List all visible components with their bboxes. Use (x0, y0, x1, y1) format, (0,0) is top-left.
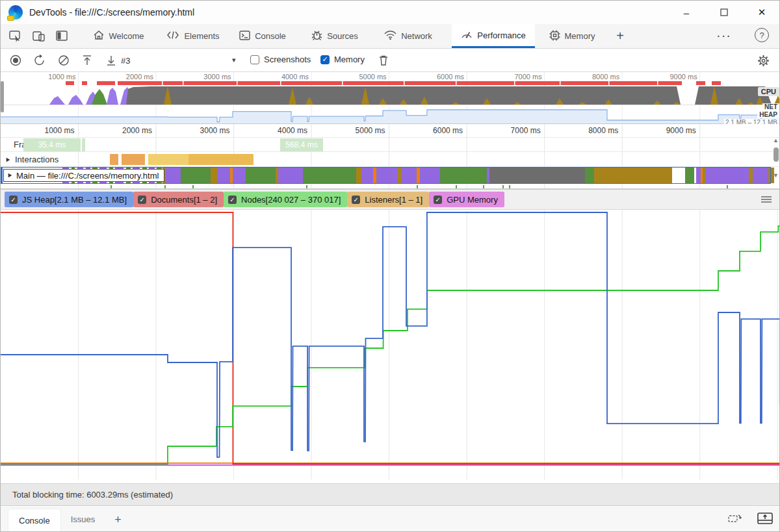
counter-toggle-listeners[interactable]: ✓Listeners[1 – 1] (347, 192, 429, 207)
status-bar: Total blocking time: 6003.29ms (estimate… (1, 483, 780, 506)
svg-text:3000 ms: 3000 ms (200, 126, 230, 135)
screenshots-label: Screenshots (264, 55, 311, 64)
svg-text:9000 ms: 9000 ms (666, 126, 696, 135)
tracks-scrollbar[interactable]: ▲ ▼ (772, 138, 780, 189)
inspect-element-icon[interactable] (7, 29, 24, 44)
window-title: DevTools - file:///C:/screens/memory.htm… (29, 7, 194, 18)
legend-menu-icon[interactable] (761, 195, 772, 204)
svg-text:4000 ms: 4000 ms (281, 73, 309, 81)
net-track-label: NET (762, 103, 779, 110)
counter-toggle-js-heap[interactable]: ✓JS Heap[2.1 MB – 12.1 MB] (5, 192, 133, 207)
disclosure-triangle-icon (6, 157, 10, 161)
edge-dev-badge (7, 16, 14, 21)
svg-text:7000 ms: 7000 ms (514, 73, 542, 81)
main-track-focus-bar (1, 167, 3, 184)
frame-duration-badge[interactable]: 568.4 ms (280, 138, 323, 151)
frame-duration-badge[interactable] (82, 138, 85, 151)
gauge-icon (461, 29, 473, 41)
counter-toggle-nodes[interactable]: ✓Nodes[240 027 – 370 017] (224, 192, 347, 207)
counter-checkbox[interactable]: ✓ (228, 196, 237, 204)
history-dropdown-caret[interactable]: ▾ (232, 56, 236, 64)
memory-chart[interactable] (1, 210, 780, 483)
svg-text:6000 ms: 6000 ms (437, 73, 465, 81)
total-blocking-time-text: Total blocking time: 6003.29ms (estimate… (12, 490, 173, 500)
screenshots-checkbox[interactable] (250, 55, 259, 64)
timeline-overview[interactable]: 1000 ms2000 ms3000 ms4000 ms5000 ms6000 … (1, 72, 780, 124)
add-drawer-tab-button[interactable]: + (114, 513, 122, 527)
new-devtools-tab-button[interactable]: + (610, 24, 630, 48)
counter-checkbox[interactable]: ✓ (9, 196, 18, 204)
counter-toggle-documents[interactable]: ✓Documents[1 – 2] (133, 192, 224, 207)
memory-counters-legend: ✓JS Heap[2.1 MB – 12.1 MB]✓Documents[1 –… (1, 189, 780, 210)
tab-welcome[interactable]: Welcome (85, 24, 151, 48)
svg-text:5000 ms: 5000 ms (359, 73, 387, 81)
svg-text:8000 ms: 8000 ms (588, 126, 618, 135)
bug-icon (311, 30, 322, 42)
close-button[interactable]: ✕ (743, 1, 780, 23)
edge-logo-icon (8, 5, 23, 19)
download-profile-button[interactable] (103, 53, 120, 68)
minimize-button[interactable]: – (668, 1, 705, 23)
scroll-down-icon[interactable]: ▼ (773, 172, 779, 179)
timeline-tracks: 1000 ms2000 ms3000 ms4000 ms5000 ms6000 … (1, 124, 780, 189)
drawer-tab-issues[interactable]: Issues (60, 509, 106, 529)
tab-memory[interactable]: Memory (540, 24, 604, 48)
settings-gear-button[interactable] (755, 53, 772, 68)
scroll-up-icon[interactable]: ▲ (773, 137, 779, 144)
counter-checkbox[interactable]: ✓ (434, 196, 442, 204)
more-icon: ··· (716, 28, 731, 43)
code-icon (166, 31, 179, 42)
help-button[interactable]: ? (755, 28, 769, 42)
overview-graph: 1000 ms2000 ms3000 ms4000 ms5000 ms6000 … (1, 72, 780, 123)
memory-label: Memory (334, 55, 365, 64)
svg-text:5000 ms: 5000 ms (356, 126, 385, 135)
console-icon (239, 31, 250, 42)
svg-text:2000 ms: 2000 ms (122, 126, 152, 135)
main-track-label: Main — file:///C:/screens/memory.html (16, 171, 159, 181)
svg-text:2000 ms: 2000 ms (126, 73, 154, 81)
expand-quick-view-icon[interactable] (757, 512, 773, 527)
cpu-track-label: CPU (758, 87, 779, 96)
upload-profile-button[interactable] (79, 53, 96, 68)
tab-console[interactable]: Console (229, 24, 296, 48)
counter-checkbox[interactable]: ✓ (138, 196, 146, 204)
svg-text:1000 ms: 1000 ms (44, 126, 74, 135)
maximize-button[interactable] (705, 1, 743, 23)
screenshots-toggle[interactable]: Screenshots (250, 55, 311, 64)
record-button[interactable] (7, 53, 24, 68)
dock-panel-icon[interactable] (54, 29, 71, 44)
tab-sources[interactable]: Sources (301, 24, 369, 48)
tab-network[interactable]: Network (374, 24, 443, 48)
svg-text:1000 ms: 1000 ms (48, 73, 76, 81)
memory-chart-graph (1, 210, 780, 483)
interactions-row-label: Interactions (15, 155, 58, 164)
main-track-label-box[interactable]: Main — file:///C:/screens/memory.html (3, 169, 164, 182)
svg-text:6000 ms: 6000 ms (433, 126, 463, 135)
drawer-tab-bar: ConsoleIssues + (1, 507, 780, 532)
drawer-tab-console[interactable]: Console (8, 509, 60, 531)
delete-recording-button[interactable] (375, 53, 392, 68)
counter-checkbox[interactable]: ✓ (352, 196, 360, 204)
clear-recordings-button[interactable] (55, 53, 72, 68)
main-track-row[interactable]: Main — file:///C:/screens/memory.html (1, 167, 771, 184)
wifi-icon (384, 31, 396, 42)
devtools-window: DevTools - file:///C:/screens/memory.htm… (0, 0, 780, 532)
tab-elements[interactable]: Elements (159, 24, 227, 48)
more-tabs-button[interactable]: ··· (716, 28, 731, 43)
device-rotate-icon[interactable] (727, 513, 743, 527)
memory-toggle[interactable]: ✓ Memory (320, 55, 365, 64)
tab-performance[interactable]: Performance (452, 24, 535, 48)
interactions-row-toggle[interactable]: Interactions (6, 155, 58, 164)
svg-text:7000 ms: 7000 ms (511, 126, 541, 135)
scrollbar-thumb[interactable] (774, 147, 779, 162)
devtools-tab-bar: WelcomeElementsConsoleSourcesNetworkPerf… (1, 24, 780, 49)
svg-text:9000 ms: 9000 ms (670, 73, 697, 81)
disclosure-triangle-icon (8, 173, 12, 177)
counter-toggle-gpu-memory[interactable]: ✓GPU Memory (429, 192, 504, 207)
svg-text:8000 ms: 8000 ms (592, 73, 620, 81)
device-emulation-icon[interactable] (31, 29, 47, 44)
memory-checkbox[interactable]: ✓ (320, 55, 330, 64)
reload-and-record-button[interactable] (31, 53, 48, 68)
overview-left-handle[interactable] (1, 81, 4, 112)
frame-duration-badge[interactable]: 35.4 ms (23, 138, 81, 151)
